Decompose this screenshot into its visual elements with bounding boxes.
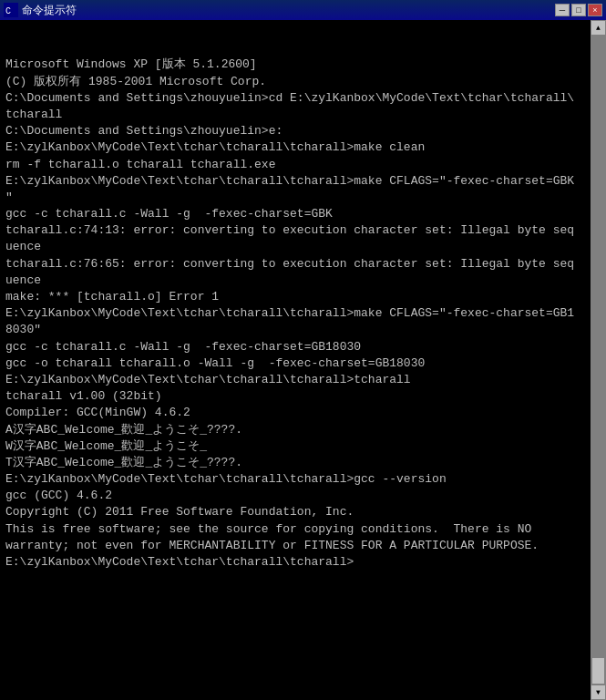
restore-button[interactable]: □ [571, 4, 586, 16]
terminal-line: uence [5, 239, 585, 255]
titlebar-left: C 命令提示符 [4, 3, 77, 18]
terminal-line: gcc (GCC) 4.6.2 [5, 488, 585, 504]
terminal-line: Compiler: GCC(MinGW) 4.6.2 [5, 405, 585, 421]
close-button[interactable]: × [588, 4, 602, 16]
window-controls: ─ □ × [555, 4, 602, 16]
window: C 命令提示符 ─ □ × Microsoft Windows XP [版本 5… [0, 0, 606, 700]
cmd-icon: C [4, 3, 18, 17]
terminal-line: E:\zylKanbox\MyCode\Text\tchar\tcharall\… [5, 554, 585, 571]
terminal-line: gcc -c tcharall.c -Wall -g -fexec-charse… [5, 206, 585, 222]
terminal-content[interactable]: Microsoft Windows XP [版本 5.1.2600](C) 版权… [0, 20, 591, 700]
terminal-line: Copyright (C) 2011 Free Software Foundat… [5, 504, 585, 520]
terminal-line: E:\zylKanbox\MyCode\Text\tchar\tcharall\… [5, 305, 585, 322]
terminal-line: T汉字ABC_Welcome_歡迎_ようこそ_????. [5, 455, 585, 471]
terminal-line: tcharall.c:74:13: error: converting to e… [5, 222, 585, 239]
terminal-line: C:\Documents and Settings\zhouyuelin>e: [5, 123, 585, 139]
titlebar: C 命令提示符 ─ □ × [0, 0, 606, 20]
terminal-line: tcharall [5, 107, 585, 123]
terminal-line: (C) 版权所有 1985-2001 Microsoft Corp. [5, 74, 585, 90]
terminal-line: uence [5, 273, 585, 289]
terminal-line: tcharall.c:76:65: error: converting to e… [5, 256, 585, 273]
terminal-line: C:\Documents and Settings\zhouyuelin>cd … [5, 90, 585, 107]
scroll-thumb[interactable] [591, 657, 605, 685]
scroll-track [591, 36, 606, 685]
terminal-line: E:\zylKanbox\MyCode\Text\tchar\tcharall\… [5, 139, 585, 156]
scroll-down-button[interactable]: ▼ [591, 685, 606, 700]
terminal-line: gcc -o tcharall tcharall.o -Wall -g -fex… [5, 355, 585, 372]
minimize-button[interactable]: ─ [555, 4, 570, 16]
terminal-line: " [5, 190, 585, 206]
scrollbar[interactable]: ▲ ▼ [591, 20, 606, 700]
scroll-up-button[interactable]: ▲ [591, 20, 606, 36]
terminal-line: E:\zylKanbox\MyCode\Text\tchar\tcharall\… [5, 471, 585, 488]
terminal-wrapper: Microsoft Windows XP [版本 5.1.2600](C) 版权… [0, 20, 606, 700]
terminal-line: This is free software; see the source fo… [5, 521, 585, 538]
svg-text:C: C [5, 6, 11, 16]
terminal-line: tcharall v1.00 (32bit) [5, 388, 585, 405]
terminal-line: make: *** [tcharall.o] Error 1 [5, 289, 585, 305]
terminal-line: warranty; not even for MERCHANTABILITY o… [5, 538, 585, 554]
terminal-line: A汉字ABC_Welcome_歡迎_ようこそ_????. [5, 422, 585, 438]
terminal-line: 8030" [5, 322, 585, 338]
terminal-line: Microsoft Windows XP [版本 5.1.2600] [5, 57, 585, 73]
terminal-line: E:\zylKanbox\MyCode\Text\tchar\tcharall\… [5, 173, 585, 190]
terminal-line: W汉字ABC_Welcome_歡迎_ようこそ_ [5, 438, 585, 455]
terminal-line: rm -f tcharall.o tcharall tcharall.exe [5, 157, 585, 173]
terminal-line: E:\zylKanbox\MyCode\Text\tchar\tcharall\… [5, 372, 585, 388]
window-title: 命令提示符 [22, 3, 77, 18]
terminal-line: gcc -c tcharall.c -Wall -g -fexec-charse… [5, 339, 585, 355]
